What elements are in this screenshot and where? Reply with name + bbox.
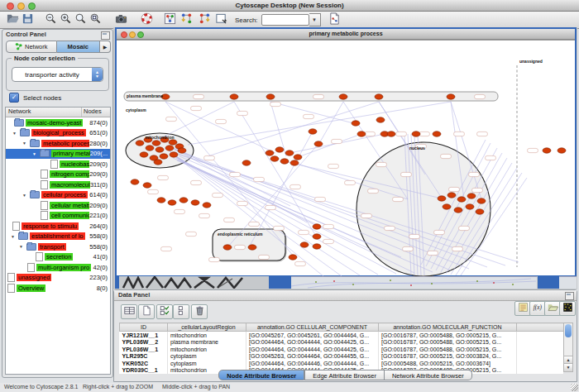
save-session-button[interactable] [20, 13, 35, 27]
network-tree-row[interactable]: cell communicat221(0) [6, 211, 110, 222]
network-node[interactable] [376, 117, 385, 122]
table-cell[interactable]: [GO:0016787, GO:0005488, GO:0005215, G..… [379, 332, 517, 339]
table-cell[interactable]: YJR121W__1 [120, 332, 168, 339]
network-node[interactable] [168, 200, 176, 205]
table-column-header[interactable]: annotation.GO MOLECULAR_FUNCTION [379, 323, 517, 332]
network-node[interactable] [309, 129, 317, 134]
network-node[interactable] [203, 203, 211, 208]
minimize-window-icon[interactable] [17, 2, 25, 10]
table-cell[interactable]: [GO:0016787, GO:0005215, GO:0003824, G..… [379, 353, 517, 361]
network-node[interactable] [230, 94, 238, 99]
network-node[interactable] [143, 183, 151, 188]
expand-arrow-icon[interactable]: ▼ [32, 151, 40, 156]
table-cell[interactable]: YKR052C [120, 360, 168, 367]
network-node[interactable] [466, 204, 474, 209]
table-cell[interactable]: cytoplasm [168, 353, 246, 361]
network-tree-row[interactable]: ▼cellular process614(0) [6, 190, 110, 201]
network-tree-row[interactable]: multi-organism pro42(0) [6, 262, 110, 273]
network-node[interactable] [314, 141, 323, 146]
table-cell[interactable]: YPL036W__2 [120, 339, 168, 347]
tab-node-attribute-browser[interactable]: Node Attribute Browser [218, 370, 304, 380]
network-tree-row[interactable]: ▼biological_process651(0) [6, 128, 110, 139]
expand-arrow-icon[interactable]: ▼ [19, 244, 26, 249]
table-row[interactable]: YPL036W__1mitochondrion[GO:0044464, GO:0… [120, 346, 564, 353]
table-cell[interactable]: [GO:0044464, GO:0044446, GO:0044444, G..… [246, 360, 379, 367]
network-node[interactable] [285, 151, 294, 155]
unselect-attributes-button[interactable] [173, 304, 189, 319]
search-input[interactable] [261, 14, 309, 26]
table-row[interactable]: YKR052Ccytoplasm[GO:0044464, GO:0044446,… [120, 360, 564, 367]
network-tree-row[interactable]: nucleobase-209(0) [6, 159, 110, 170]
layout-a-button[interactable] [177, 13, 195, 27]
expand-arrow-icon[interactable]: ▼ [11, 234, 18, 239]
network-node[interactable] [443, 204, 451, 209]
network-node[interactable] [140, 152, 148, 157]
network-node[interactable] [223, 245, 232, 250]
search-dropdown-button[interactable]: ▼ [309, 13, 321, 26]
network-node[interactable] [454, 208, 462, 213]
table-column-header[interactable]: annotation.GO CELLULAR_COMPONENT [246, 323, 379, 332]
network-node[interactable] [266, 94, 275, 99]
network-tree-row[interactable]: ▼transport558(0) [6, 241, 110, 252]
network-tree-row[interactable]: unassigned223(0) [6, 273, 110, 284]
table-cell[interactable]: [GO:0045263, GO:0044464, GO:0044455, G..… [246, 353, 379, 361]
network-node[interactable] [275, 147, 284, 152]
table-cell[interactable]: plasma membrane [168, 339, 246, 347]
network-node[interactable] [290, 160, 299, 165]
annotation-button[interactable] [213, 13, 228, 27]
network-node[interactable] [313, 224, 321, 229]
network-node[interactable] [266, 151, 274, 155]
zoom-in-button[interactable] [58, 13, 73, 27]
network-node[interactable] [447, 94, 455, 99]
network-node[interactable] [170, 152, 178, 157]
float-panel-icon[interactable] [101, 31, 110, 40]
network-tree-row[interactable]: ▼establishment of lo558(0) [6, 232, 110, 242]
node-color-combobox[interactable]: transporter activity ▲▼ [12, 67, 103, 82]
tab-network-attribute-browser[interactable]: Network Attribute Browser [385, 370, 472, 380]
zoom-window-icon[interactable] [28, 2, 36, 10]
network-node[interactable] [242, 160, 251, 165]
network-node[interactable] [191, 200, 199, 205]
network-node[interactable] [165, 146, 174, 151]
tab-network[interactable]: Network [6, 41, 57, 53]
function-builder-button[interactable]: f(x) [529, 301, 546, 316]
network-tree-row[interactable]: ▼primary metabo209(... [6, 149, 110, 160]
resize-grip[interactable] [571, 384, 578, 391]
network-node[interactable] [357, 131, 366, 136]
network-node[interactable] [136, 141, 144, 146]
network-node[interactable] [457, 197, 466, 202]
tab-edge-attribute-browser[interactable]: Edge Attribute Browser [304, 370, 385, 380]
network-tree-row[interactable]: nitrogen compo209(0) [6, 170, 110, 180]
network-node[interactable] [438, 196, 446, 201]
network-node[interactable] [313, 234, 321, 239]
network-node[interactable] [154, 160, 162, 165]
new-attribute-button[interactable] [138, 304, 155, 319]
network-node[interactable] [476, 209, 484, 214]
network-node[interactable] [375, 94, 383, 99]
network-tree-row[interactable]: secretion41(0) [6, 252, 110, 263]
table-cell[interactable]: [GO:0016787, GO:0005488, GO:0005215, G..… [379, 346, 517, 353]
float-panel-icon[interactable] [565, 292, 574, 300]
network-node[interactable] [248, 245, 256, 250]
table-cell[interactable]: [GO:0044464, GO:0044444, GO:0044425, G..… [246, 346, 379, 353]
network-node[interactable] [557, 148, 566, 153]
network-node[interactable] [131, 179, 139, 184]
expand-arrow-icon[interactable]: ▼ [22, 141, 30, 146]
table-cell[interactable]: YLR295C [120, 353, 168, 361]
network-node[interactable] [477, 198, 486, 203]
select-attributes-button[interactable] [156, 304, 173, 319]
network-node[interactable] [289, 255, 297, 260]
close-frame-icon[interactable] [121, 31, 127, 38]
table-cell[interactable]: [GO:0005488, GO:0005215, GO:0003674] [379, 360, 517, 367]
network-view-frame[interactable]: primary metabolic process plasma membran… [115, 27, 577, 276]
attribute-table-button[interactable] [121, 304, 137, 319]
zoom-selected-button[interactable] [88, 13, 103, 27]
network-overview-button[interactable] [162, 13, 177, 27]
table-cell[interactable]: YPL036W__1 [120, 346, 168, 353]
background-frame-titlebar[interactable] [538, 276, 559, 289]
network-node[interactable] [352, 121, 360, 126]
network-node[interactable] [156, 147, 164, 152]
network-canvas[interactable]: plasma membranecytoplasmmitochondrionnuc… [117, 40, 575, 275]
table-cell[interactable]: [GO:0044464, GO:0044444, GO:0044425, G..… [246, 339, 379, 347]
table-column-header[interactable]: ID [120, 323, 168, 332]
